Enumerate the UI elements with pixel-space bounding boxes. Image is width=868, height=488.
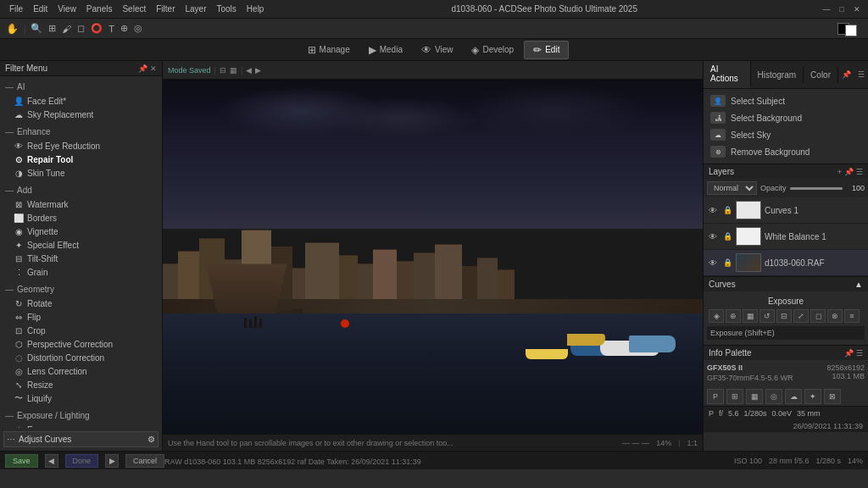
ai-remove-background[interactable]: ⊗ Remove Background [707, 143, 865, 160]
tool-zoom[interactable]: 🔍 [28, 21, 45, 36]
curves-btn-1[interactable]: ◈ [709, 309, 724, 323]
curves-btn-7[interactable]: ◻ [810, 309, 826, 323]
info-btn-4[interactable]: ◎ [765, 389, 782, 404]
cancel-button[interactable]: Cancel [125, 454, 164, 468]
ai-tabs-menu[interactable]: ☰ [854, 69, 868, 80]
background-color[interactable] [845, 25, 857, 36]
filter-face-edit[interactable]: 👤 Face Edit* [0, 94, 162, 108]
curves-btn-5[interactable]: ⊟ [776, 309, 792, 323]
menu-filter[interactable]: Filter [152, 4, 179, 14]
info-btn-7[interactable]: ⊠ [824, 389, 841, 404]
filter-crop[interactable]: ⊡ Crop [0, 324, 162, 337]
tool-hand[interactable]: ✋ [3, 21, 21, 36]
menu-select[interactable]: Select [118, 4, 150, 14]
info-btn-1[interactable]: P [707, 389, 724, 404]
filter-special-effect[interactable]: ✦ Special Effect [0, 238, 162, 252]
layer-raf[interactable]: 👁 🔒 d1038-060.RAF [704, 250, 868, 276]
info-btn-3[interactable]: ▦ [746, 389, 763, 404]
filter-section-enhance-header[interactable]: — Enhance [0, 125, 162, 139]
nav-prev-button[interactable]: ◀ [45, 454, 58, 468]
layer-visibility-eye-3[interactable]: 👁 [707, 257, 719, 269]
menu-panels[interactable]: Panels [82, 4, 117, 14]
filter-section-exposure-header[interactable]: — Exposure / Lighting [0, 408, 162, 423]
filter-red-eye[interactable]: 👁 Red Eye Reduction [0, 139, 162, 152]
filter-rotate[interactable]: ↻ Rotate [0, 297, 162, 310]
filter-section-ai-header[interactable]: — AI [0, 80, 162, 94]
tab-ai-actions[interactable]: AI Actions [704, 61, 751, 88]
tab-histogram[interactable]: Histogram [751, 67, 804, 83]
mode-edit[interactable]: ✏ Edit [524, 41, 569, 59]
menu-help[interactable]: Help [242, 4, 269, 14]
info-pin[interactable]: 📌 [844, 349, 854, 358]
layers-pin[interactable]: 📌 [844, 168, 854, 176]
mode-media[interactable]: ▶ Media [360, 42, 411, 58]
filter-liquify[interactable]: 〜 Liquify [0, 391, 162, 405]
mode-manage[interactable]: ⊞ Manage [299, 42, 359, 58]
mode-view[interactable]: 👁 View [413, 42, 462, 58]
filter-section-add-header[interactable]: — Add [0, 183, 162, 197]
filter-repair-tool[interactable]: ⊙ Repair Tool [0, 152, 162, 166]
ai-select-background[interactable]: 🏞 Select Background [707, 109, 865, 126]
curves-collapse[interactable]: ▲ [854, 280, 863, 289]
maximize-button[interactable]: □ [836, 3, 848, 15]
tool-heal[interactable]: ◎ [131, 21, 145, 36]
info-btn-6[interactable]: ✦ [804, 389, 821, 404]
opacity-slider[interactable] [790, 187, 843, 190]
filter-flip[interactable]: ⇔ Flip [0, 310, 162, 324]
blend-mode-select[interactable]: Normal Multiply Screen [707, 181, 757, 195]
filter-tilt-shift[interactable]: ⊟ Tilt-Shift [0, 252, 162, 265]
ai-select-sky[interactable]: ☁ Select Sky [707, 126, 865, 143]
curves-btn-3[interactable]: ▦ [743, 309, 758, 323]
done-button[interactable]: Done [65, 454, 99, 468]
curves-btn-9[interactable]: ≡ [844, 309, 860, 323]
menu-edit[interactable]: Edit [29, 4, 52, 14]
filter-exposure[interactable]: ☀ Exposure [0, 423, 162, 428]
info-menu[interactable]: ☰ [856, 349, 863, 358]
filter-distortion[interactable]: ◌ Distortion Correction [0, 351, 162, 364]
filter-vignette[interactable]: ◉ Vignette [0, 225, 162, 238]
info-btn-5[interactable]: ☁ [785, 389, 802, 404]
curves-btn-6[interactable]: ⤢ [793, 309, 809, 323]
tab-color[interactable]: Color [804, 67, 838, 83]
curves-btn-2[interactable]: ⊕ [726, 309, 741, 323]
canvas-nav-next[interactable]: ▶ [255, 66, 261, 75]
filter-watermark[interactable]: ⊠ Watermark [0, 197, 162, 211]
menu-view[interactable]: View [53, 4, 81, 14]
menu-layer[interactable]: Layer [181, 4, 210, 14]
filter-section-geometry-header[interactable]: — Geometry [0, 282, 162, 297]
tool-select[interactable]: ◻ [75, 21, 87, 36]
filter-perspective[interactable]: ⬡ Perspective Correction [0, 337, 162, 351]
ai-select-subject[interactable]: 👤 Select Subject [707, 92, 865, 109]
filter-menu-close[interactable]: ✕ [150, 64, 157, 73]
save-button[interactable]: Save [5, 454, 38, 468]
info-btn-2[interactable]: ⊞ [726, 389, 743, 404]
layer-curves1[interactable]: 👁 🔒 Curves 1 [704, 197, 868, 224]
menu-tools[interactable]: Tools [212, 4, 240, 14]
ai-tabs-pin[interactable]: 📌 [838, 69, 854, 80]
curves-btn-4[interactable]: ↺ [760, 309, 775, 323]
layers-menu[interactable]: ☰ [856, 168, 863, 176]
close-button[interactable]: ✕ [851, 3, 863, 15]
adjust-curves-button[interactable]: ⋯ Adjust Curves ⚙ [3, 431, 159, 447]
filter-borders[interactable]: ⬜ Borders [0, 211, 162, 225]
layer-visibility-eye-2[interactable]: 👁 [707, 230, 719, 242]
canvas-image[interactable] [163, 80, 703, 434]
filter-grain[interactable]: ⁚ Grain [0, 265, 162, 279]
tool-text[interactable]: T [106, 22, 117, 36]
filter-resize[interactable]: ⤡ Resize [0, 378, 162, 391]
layer-whitebalance1[interactable]: 👁 🔒 White Balance 1 [704, 224, 868, 250]
filter-sky-replacement[interactable]: ☁ Sky Replacement [0, 108, 162, 121]
filter-lens[interactable]: ◎ Lens Correction [0, 364, 162, 378]
curves-btn-8[interactable]: ⊗ [827, 309, 843, 323]
tool-brush[interactable]: 🖌 [59, 22, 74, 36]
layer-visibility-eye[interactable]: 👁 [707, 204, 719, 216]
nav-next-button[interactable]: ▶ [105, 454, 119, 468]
filter-skin-tune[interactable]: ◑ Skin Tune [0, 166, 162, 180]
menu-file[interactable]: File [5, 4, 27, 14]
tool-lasso[interactable]: ⭕ [88, 21, 105, 36]
minimize-button[interactable]: — [821, 3, 832, 15]
tool-crop[interactable]: ⊞ [46, 21, 58, 36]
tool-clone[interactable]: ⊕ [118, 21, 131, 36]
canvas-nav-prev[interactable]: ◀ [246, 66, 252, 75]
mode-develop[interactable]: ◈ Develop [463, 42, 522, 58]
